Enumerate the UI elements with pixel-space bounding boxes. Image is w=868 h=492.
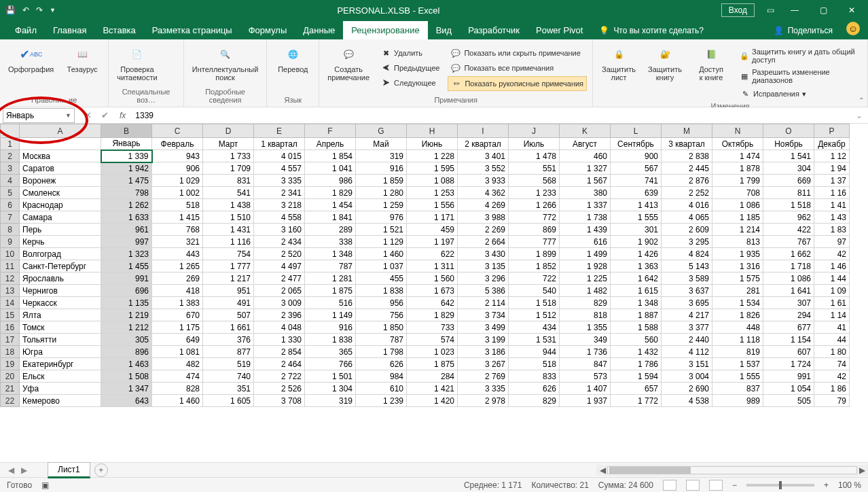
cell[interactable]: 1 330 xyxy=(254,334,305,346)
cell[interactable]: 2 769 xyxy=(458,370,509,383)
cell[interactable]: 1 426 xyxy=(611,248,662,260)
thesaurus-button[interactable]: 📖 Тезаурус xyxy=(62,42,103,76)
cell[interactable]: 1 037 xyxy=(356,260,407,273)
cell[interactable]: 1 217 xyxy=(203,273,254,285)
cell[interactable]: 1 556 xyxy=(407,199,458,211)
row-header[interactable]: 20 xyxy=(1,370,20,383)
cell[interactable]: 741 xyxy=(611,175,662,187)
login-button[interactable]: Вход xyxy=(721,3,755,17)
cell[interactable]: Краснодар xyxy=(20,199,101,211)
cell[interactable]: 1 829 xyxy=(407,309,458,321)
cell[interactable]: 1 937 xyxy=(560,395,611,407)
cell[interactable]: 1 460 xyxy=(356,248,407,260)
cell[interactable]: 1 355 xyxy=(560,321,611,334)
cell[interactable]: 1 14 xyxy=(814,309,850,321)
tab-insert[interactable]: Вставка xyxy=(94,21,143,39)
cell[interactable]: 2 464 xyxy=(254,358,305,370)
cell[interactable]: 3 295 xyxy=(662,236,712,248)
column-header[interactable]: H xyxy=(407,124,458,138)
row-header[interactable]: 21 xyxy=(1,383,20,395)
cell[interactable]: 643 xyxy=(101,395,152,407)
column-header[interactable]: N xyxy=(712,124,763,138)
row-header[interactable]: 5 xyxy=(1,187,20,199)
cell[interactable]: 607 xyxy=(763,346,814,358)
cell[interactable]: 1 841 xyxy=(305,211,356,224)
cell[interactable]: 1 94 xyxy=(814,162,850,175)
cell[interactable]: 1 838 xyxy=(356,285,407,297)
cell[interactable]: 639 xyxy=(611,187,662,199)
cell[interactable]: 772 xyxy=(509,211,560,224)
cell[interactable]: 1 799 xyxy=(712,175,763,187)
fx-icon[interactable]: fx xyxy=(115,111,130,120)
cell[interactable]: 1 253 xyxy=(407,187,458,199)
scroll-left-icon[interactable]: ◀ xyxy=(598,465,607,475)
cell[interactable]: 1 673 xyxy=(407,285,458,297)
cell[interactable]: 1 521 xyxy=(356,224,407,236)
cell[interactable]: 4 048 xyxy=(254,321,305,334)
cell[interactable]: Саратов xyxy=(20,162,101,175)
cell[interactable]: 976 xyxy=(356,211,407,224)
cell[interactable]: 1 420 xyxy=(407,395,458,407)
cell[interactable]: 1 118 xyxy=(712,334,763,346)
cell[interactable]: Томск xyxy=(20,321,101,334)
cell[interactable]: Перь xyxy=(20,224,101,236)
cell[interactable]: 997 xyxy=(101,236,152,248)
cell[interactable]: Керчь xyxy=(20,236,101,248)
cell[interactable]: 505 xyxy=(763,395,814,407)
cell[interactable]: 3 589 xyxy=(662,273,712,285)
cell[interactable]: 1 826 xyxy=(712,309,763,321)
cell[interactable]: 1 615 xyxy=(611,285,662,297)
cell[interactable]: 1 262 xyxy=(101,199,152,211)
cell[interactable]: 1 304 xyxy=(305,383,356,395)
row-header[interactable]: 4 xyxy=(1,175,20,187)
cell[interactable]: 42 xyxy=(814,248,850,260)
cell[interactable]: Москва xyxy=(20,150,101,162)
cell[interactable]: 422 xyxy=(763,224,814,236)
cell[interactable]: 1 281 xyxy=(305,273,356,285)
cell[interactable]: 1 129 xyxy=(356,236,407,248)
cell[interactable]: 1 311 xyxy=(407,260,458,273)
cell[interactable]: 1 942 xyxy=(101,162,152,175)
cell[interactable]: 1 023 xyxy=(407,346,458,358)
cell[interactable]: 951 xyxy=(203,285,254,297)
cell[interactable]: 1 594 xyxy=(611,370,662,383)
cell[interactable]: 3 708 xyxy=(254,395,305,407)
tab-view[interactable]: Вид xyxy=(428,21,460,39)
cell[interactable]: 869 xyxy=(509,224,560,236)
cell[interactable]: 740 xyxy=(203,370,254,383)
cell[interactable]: 3 499 xyxy=(458,321,509,334)
cell[interactable]: 986 xyxy=(305,175,356,187)
cell[interactable]: 1 239 xyxy=(356,395,407,407)
cell[interactable]: 1 887 xyxy=(611,309,662,321)
cell[interactable]: 2 квартал xyxy=(458,138,509,150)
cell[interactable]: Июнь xyxy=(407,138,458,150)
cell[interactable]: 1 772 xyxy=(611,395,662,407)
cell[interactable]: 3 135 xyxy=(458,260,509,273)
row-header[interactable]: 10 xyxy=(1,248,20,260)
cell[interactable]: 518 xyxy=(509,358,560,370)
view-pagelayout-button[interactable] xyxy=(686,480,700,491)
cell[interactable]: 1 928 xyxy=(560,260,611,273)
cell[interactable]: 1 348 xyxy=(305,248,356,260)
show-all-comments-button[interactable]: 💬Показать все примечания xyxy=(448,61,587,75)
cell[interactable]: Черкасск xyxy=(20,297,101,309)
prev-comment-button[interactable]: ⮜Предыдущее xyxy=(378,61,442,75)
cell[interactable]: 669 xyxy=(763,175,814,187)
cell[interactable]: 3 004 xyxy=(662,370,712,383)
column-header[interactable]: L xyxy=(611,124,662,138)
cell[interactable]: 1 407 xyxy=(560,383,611,395)
cell[interactable]: 2 609 xyxy=(662,224,712,236)
cell[interactable]: 777 xyxy=(509,236,560,248)
cell[interactable]: 507 xyxy=(203,309,254,321)
undo-icon[interactable]: ↶ xyxy=(22,5,29,15)
cell[interactable]: 1 212 xyxy=(101,321,152,334)
next-comment-button[interactable]: ⮞Следующее xyxy=(378,76,442,90)
cell[interactable]: 4 538 xyxy=(662,395,712,407)
cell[interactable]: 284 xyxy=(407,370,458,383)
spreadsheet-grid[interactable]: ABCDEFGHIJKLMNOP1ЯнварьФевральМарт1 квар… xyxy=(0,124,868,462)
cell[interactable]: Апрель xyxy=(305,138,356,150)
column-header[interactable]: F xyxy=(305,124,356,138)
cell[interactable]: 733 xyxy=(407,321,458,334)
cell[interactable]: 1 777 xyxy=(203,260,254,273)
feedback-icon[interactable] xyxy=(846,22,860,35)
